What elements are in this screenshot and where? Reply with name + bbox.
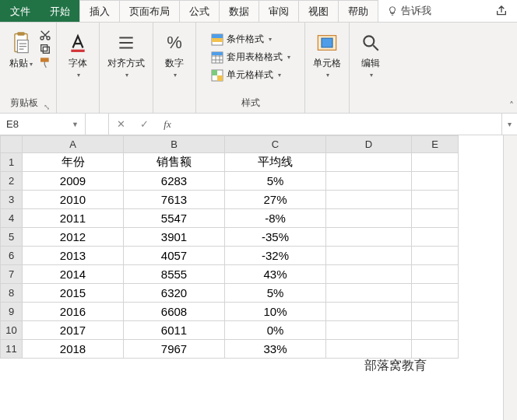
cell[interactable]: 4057 xyxy=(124,247,225,265)
cell[interactable] xyxy=(326,303,412,321)
cell[interactable] xyxy=(412,340,459,359)
row-header[interactable]: 9 xyxy=(1,303,23,321)
spreadsheet-grid[interactable]: ABCDE 1年份销售额平均线2200962835%32010761327%42… xyxy=(0,135,503,420)
cell[interactable] xyxy=(412,228,459,247)
cell[interactable]: -8% xyxy=(225,209,326,228)
cell[interactable] xyxy=(326,265,412,284)
collapse-ribbon-icon[interactable]: ˄ xyxy=(509,100,514,111)
fx-icon[interactable]: fx xyxy=(156,114,179,135)
number-button[interactable]: % 数字 ▾ xyxy=(158,29,191,80)
cell[interactable] xyxy=(412,247,459,265)
select-all-corner[interactable] xyxy=(1,136,23,153)
cell[interactable]: 27% xyxy=(225,191,326,209)
cell[interactable]: 0% xyxy=(225,321,326,340)
row-header[interactable]: 10 xyxy=(1,321,23,340)
col-header-D[interactable]: D xyxy=(326,136,412,153)
tab-5[interactable]: 审阅 xyxy=(258,0,299,22)
cell[interactable]: 平均线 xyxy=(225,153,326,172)
cell[interactable]: 8555 xyxy=(124,265,225,284)
cell[interactable] xyxy=(326,153,412,172)
cancel-icon[interactable]: ✕ xyxy=(109,114,132,135)
cell[interactable]: 10% xyxy=(225,303,326,321)
share-button[interactable] xyxy=(486,0,517,22)
expand-formula-bar-icon[interactable]: ▾ xyxy=(501,114,517,135)
row-header[interactable]: 4 xyxy=(1,209,23,228)
cell[interactable]: 2010 xyxy=(23,191,124,209)
row-header[interactable]: 5 xyxy=(1,228,23,247)
cell[interactable]: 5% xyxy=(225,284,326,303)
cells-button[interactable]: 单元格 ▾ xyxy=(310,29,344,80)
cell[interactable] xyxy=(412,153,459,172)
cell[interactable] xyxy=(326,209,412,228)
col-header-A[interactable]: A xyxy=(23,136,124,153)
cell[interactable]: 6283 xyxy=(124,172,225,191)
cell[interactable]: 5% xyxy=(225,172,326,191)
cell[interactable]: 2014 xyxy=(23,265,124,284)
alignment-button[interactable]: 对齐方式 ▾ xyxy=(104,29,148,80)
dialog-launcher-icon[interactable]: ⤡ xyxy=(44,103,50,111)
cell[interactable]: 6320 xyxy=(124,284,225,303)
row-header[interactable]: 7 xyxy=(1,265,23,284)
tab-4[interactable]: 数据 xyxy=(219,0,259,22)
cell[interactable] xyxy=(326,228,412,247)
conditional-format-button[interactable]: 条件格式 ▾ xyxy=(209,32,292,47)
row-header[interactable]: 2 xyxy=(1,172,23,191)
row-header[interactable]: 8 xyxy=(1,284,23,303)
tab-6[interactable]: 视图 xyxy=(298,0,339,22)
cell[interactable]: 2012 xyxy=(23,228,124,247)
cell[interactable]: 2016 xyxy=(23,303,124,321)
cell[interactable]: 7967 xyxy=(124,340,225,359)
confirm-icon[interactable]: ✓ xyxy=(132,114,156,135)
cell[interactable]: 33% xyxy=(225,340,326,359)
editing-button[interactable]: 编辑 ▾ xyxy=(354,29,387,80)
cell[interactable]: 2013 xyxy=(23,247,124,265)
row-header[interactable]: 3 xyxy=(1,191,23,209)
cell[interactable] xyxy=(412,172,459,191)
vertical-scrollbar[interactable] xyxy=(503,135,517,420)
copy-icon[interactable] xyxy=(39,43,51,55)
row-header[interactable]: 1 xyxy=(1,153,23,172)
cell[interactable]: -32% xyxy=(225,247,326,265)
cell[interactable]: 43% xyxy=(225,265,326,284)
cell[interactable]: 6011 xyxy=(124,321,225,340)
col-header-C[interactable]: C xyxy=(225,136,326,153)
cell[interactable] xyxy=(412,265,459,284)
tab-3[interactable]: 公式 xyxy=(179,0,220,22)
cell[interactable] xyxy=(326,340,412,359)
cell[interactable] xyxy=(326,284,412,303)
cell[interactable] xyxy=(412,303,459,321)
row-header[interactable]: 6 xyxy=(1,247,23,265)
cell[interactable]: -35% xyxy=(225,228,326,247)
cell[interactable] xyxy=(326,172,412,191)
formula-input[interactable] xyxy=(179,114,501,135)
cell[interactable] xyxy=(412,191,459,209)
cell[interactable]: 6608 xyxy=(124,303,225,321)
format-painter-icon[interactable] xyxy=(39,57,51,69)
paste-button[interactable]: 粘贴▾ xyxy=(5,29,37,72)
col-header-E[interactable]: E xyxy=(412,136,459,153)
cell[interactable]: 2015 xyxy=(23,284,124,303)
font-button[interactable]: 字体 ▾ xyxy=(62,29,94,80)
cell[interactable]: 2018 xyxy=(23,340,124,359)
cell[interactable]: 3901 xyxy=(124,228,225,247)
name-box[interactable]: E8 ▼ xyxy=(0,114,86,135)
tell-me[interactable]: 告诉我 xyxy=(378,0,441,22)
col-header-B[interactable]: B xyxy=(124,136,225,153)
cut-icon[interactable] xyxy=(39,29,51,41)
cell[interactable] xyxy=(326,321,412,340)
cell[interactable]: 2017 xyxy=(23,321,124,340)
tab-7[interactable]: 帮助 xyxy=(338,0,378,22)
tab-2[interactable]: 页面布局 xyxy=(119,0,180,22)
cell[interactable] xyxy=(412,284,459,303)
cell[interactable]: 5547 xyxy=(124,209,225,228)
tab-file[interactable]: 文件 xyxy=(0,0,40,22)
cell[interactable]: 2009 xyxy=(23,172,124,191)
cell[interactable] xyxy=(326,191,412,209)
tab-0[interactable]: 开始 xyxy=(40,0,80,22)
cell[interactable]: 销售额 xyxy=(124,153,225,172)
cell[interactable] xyxy=(412,209,459,228)
format-as-table-button[interactable]: 套用表格格式 ▾ xyxy=(209,50,292,65)
cell[interactable]: 年份 xyxy=(23,153,124,172)
cell-styles-button[interactable]: 单元格样式 ▾ xyxy=(209,68,292,82)
cell[interactable] xyxy=(412,321,459,340)
